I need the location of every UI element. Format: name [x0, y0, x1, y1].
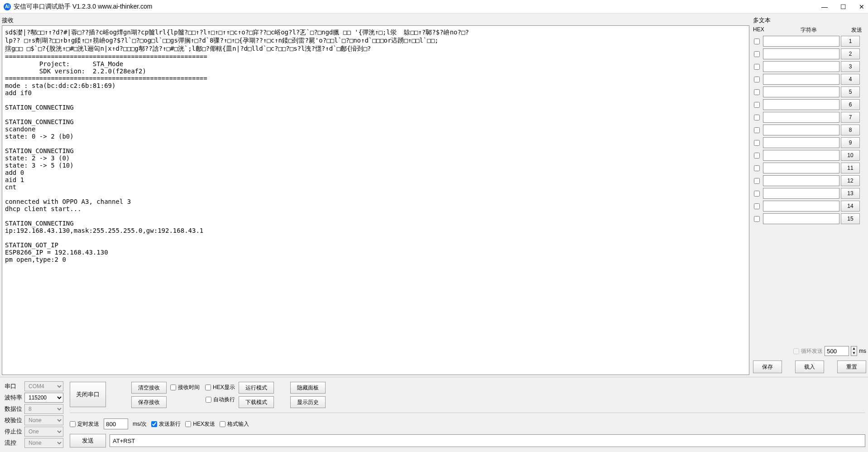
multitext-row: 9: [753, 136, 860, 149]
multitext-string-input[interactable]: [763, 188, 839, 199]
databits-select[interactable]: 8: [24, 404, 63, 414]
parity-label: 校验位: [5, 416, 24, 424]
multitext-string-input[interactable]: [763, 112, 839, 123]
maximize-button[interactable]: ☐: [840, 3, 846, 10]
multitext-string-input[interactable]: [763, 201, 839, 212]
timed-send-unit: ms/次: [133, 420, 147, 428]
multitext-string-input[interactable]: [763, 213, 839, 224]
multitext-hex-checkbox[interactable]: [754, 115, 760, 120]
app-logo-icon: AI: [4, 3, 11, 10]
receive-textarea[interactable]: sd$漤|?鄟□□↑↑?d?#|蓉□??插?c峪og燂gn瑚?cp髗lrl{lp…: [2, 25, 749, 375]
multitext-send-button[interactable]: 10: [841, 150, 860, 161]
multitext-header-send: 发送: [847, 26, 866, 34]
receive-label: 接收: [2, 15, 749, 25]
stopbits-select[interactable]: One: [24, 427, 63, 437]
close-button[interactable]: ✕: [859, 3, 864, 10]
close-serial-button[interactable]: 关闭串口: [70, 382, 106, 407]
multitext-hex-checkbox[interactable]: [754, 77, 760, 82]
baud-select[interactable]: 115200: [24, 393, 63, 403]
multitext-string-input[interactable]: [763, 48, 839, 59]
multitext-hex-checkbox[interactable]: [754, 89, 760, 95]
multitext-row: 14: [753, 200, 860, 212]
loop-send-label: 循环发送: [801, 347, 823, 355]
minimize-button[interactable]: —: [821, 3, 828, 10]
loop-unit-label: ms: [859, 348, 866, 354]
multitext-string-input[interactable]: [763, 150, 839, 161]
hide-panel-button[interactable]: 隐藏面板: [290, 382, 326, 394]
multi-load-button[interactable]: 载入: [795, 361, 824, 373]
multitext-string-input[interactable]: [763, 36, 839, 47]
timed-send-interval-input[interactable]: [104, 418, 128, 429]
multitext-rows: 123456789101112131415: [753, 35, 866, 342]
multitext-string-input[interactable]: [763, 137, 839, 148]
multi-save-button[interactable]: 保存: [753, 361, 782, 373]
multitext-hex-checkbox[interactable]: [754, 102, 760, 108]
send-newline-checkbox[interactable]: [151, 421, 157, 427]
multitext-hex-checkbox[interactable]: [754, 51, 760, 57]
download-mode-button[interactable]: 下载模式: [239, 396, 274, 408]
multitext-string-input[interactable]: [763, 74, 839, 85]
multitext-send-button[interactable]: 7: [841, 112, 860, 123]
scrollbar-thumb[interactable]: [860, 35, 866, 63]
send-button[interactable]: 发送: [70, 434, 106, 447]
loop-interval-input[interactable]: [825, 346, 849, 356]
timed-send-checkbox[interactable]: [70, 421, 76, 427]
loop-interval-spinner[interactable]: ▲▼: [851, 346, 857, 356]
port-select[interactable]: COM4: [24, 381, 63, 391]
multitext-hex-checkbox[interactable]: [754, 216, 760, 222]
save-receive-button[interactable]: 保存接收: [131, 396, 167, 408]
multitext-hex-checkbox[interactable]: [754, 165, 760, 171]
hex-send-checkbox[interactable]: [185, 421, 191, 427]
stopbits-label: 停止位: [5, 428, 24, 436]
multitext-string-input[interactable]: [763, 99, 839, 110]
multitext-hex-checkbox[interactable]: [754, 140, 760, 146]
multitext-row: 4: [753, 73, 860, 86]
clear-receive-button[interactable]: 清空接收: [131, 382, 167, 394]
multitext-send-button[interactable]: 13: [841, 188, 860, 199]
auto-wrap-checkbox[interactable]: [206, 397, 211, 403]
multitext-send-button[interactable]: 14: [841, 201, 860, 212]
multitext-hex-checkbox[interactable]: [754, 38, 760, 44]
parity-select[interactable]: None: [24, 415, 63, 425]
multitext-hex-checkbox[interactable]: [754, 191, 760, 197]
multitext-send-button[interactable]: 4: [841, 74, 860, 85]
multitext-string-input[interactable]: [763, 175, 839, 186]
flowctrl-select[interactable]: None: [24, 438, 63, 448]
multitext-send-button[interactable]: 8: [841, 125, 860, 135]
multitext-send-button[interactable]: 15: [841, 213, 860, 224]
multi-reset-button[interactable]: 重置: [837, 361, 866, 373]
send-input[interactable]: [110, 434, 865, 447]
multitext-row: 11: [753, 162, 860, 174]
hex-display-checkbox[interactable]: [205, 385, 211, 390]
multitext-send-button[interactable]: 6: [841, 99, 860, 110]
scrollbar-track[interactable]: [860, 35, 866, 342]
multitext-hex-checkbox[interactable]: [754, 153, 760, 159]
multitext-header-string: 字符串: [770, 26, 847, 34]
multitext-send-button[interactable]: 1: [841, 36, 860, 47]
multitext-hex-checkbox[interactable]: [754, 127, 760, 133]
multitext-hex-checkbox[interactable]: [754, 203, 760, 209]
multitext-hex-checkbox[interactable]: [754, 64, 760, 70]
loop-send-checkbox[interactable]: [793, 348, 799, 354]
multitext-row: 7: [753, 111, 860, 124]
multitext-string-input[interactable]: [763, 87, 839, 97]
multitext-send-button[interactable]: 5: [841, 87, 860, 97]
multitext-string-input[interactable]: [763, 125, 839, 135]
multitext-label: 多文本: [753, 15, 866, 25]
format-input-checkbox[interactable]: [220, 421, 225, 427]
multitext-send-button[interactable]: 2: [841, 48, 860, 59]
multitext-send-button[interactable]: 12: [841, 175, 860, 186]
flowctrl-label: 流控: [5, 439, 24, 447]
multitext-row: 1: [753, 35, 860, 48]
multitext-row: 3: [753, 60, 860, 73]
multitext-string-input[interactable]: [763, 163, 839, 173]
multitext-header-hex: HEX: [753, 26, 770, 34]
multitext-send-button[interactable]: 11: [841, 163, 860, 173]
multitext-hex-checkbox[interactable]: [754, 178, 760, 184]
multitext-send-button[interactable]: 3: [841, 61, 860, 72]
multitext-send-button[interactable]: 9: [841, 137, 860, 148]
multitext-string-input[interactable]: [763, 61, 839, 72]
run-mode-button[interactable]: 运行模式: [239, 382, 274, 394]
recv-time-checkbox[interactable]: [170, 385, 176, 390]
show-history-button[interactable]: 显示历史: [290, 396, 326, 408]
